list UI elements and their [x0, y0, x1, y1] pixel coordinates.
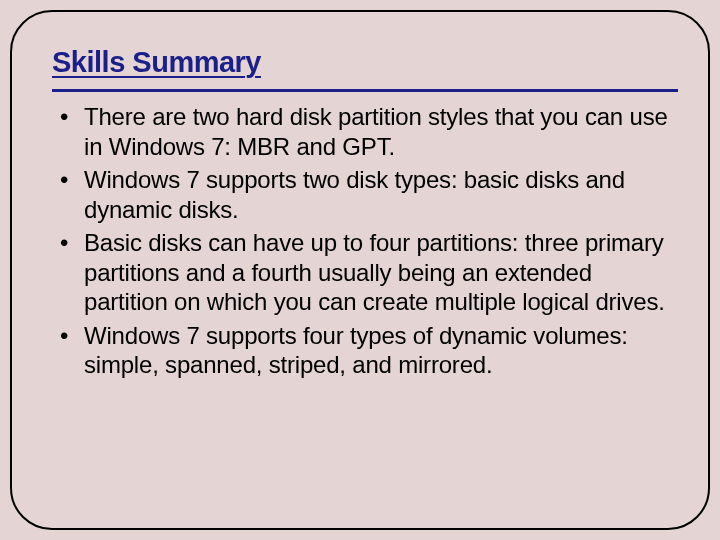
- list-item: Windows 7 supports two disk types: basic…: [54, 165, 672, 224]
- list-item: Windows 7 supports four types of dynamic…: [54, 321, 672, 380]
- list-item: Basic disks can have up to four partitio…: [54, 228, 672, 317]
- title-underline-rule: [52, 89, 678, 92]
- slide-title: Skills Summary: [52, 46, 678, 79]
- slide-card: Skills Summary There are two hard disk p…: [10, 10, 710, 530]
- list-item: There are two hard disk partition styles…: [54, 102, 672, 161]
- bullet-list: There are two hard disk partition styles…: [50, 102, 678, 380]
